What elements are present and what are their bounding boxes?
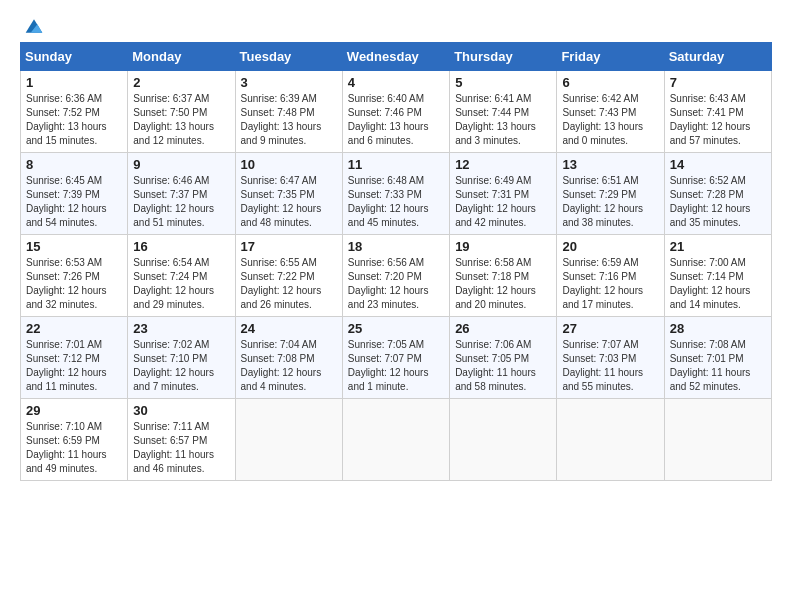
sunset-label: Sunset: 7:22 PM [241,271,315,282]
calendar-day-cell: 24 Sunrise: 7:04 AM Sunset: 7:08 PM Dayl… [235,317,342,399]
day-number: 18 [348,239,444,254]
daylight-label: Daylight: 12 hours and 45 minutes. [348,203,429,228]
day-info: Sunrise: 7:07 AM Sunset: 7:03 PM Dayligh… [562,338,658,394]
sunrise-label: Sunrise: 7:02 AM [133,339,209,350]
day-number: 23 [133,321,229,336]
calendar-header-row: SundayMondayTuesdayWednesdayThursdayFrid… [21,43,772,71]
daylight-label: Daylight: 12 hours and 7 minutes. [133,367,214,392]
sunrise-label: Sunrise: 6:47 AM [241,175,317,186]
day-info: Sunrise: 6:56 AM Sunset: 7:20 PM Dayligh… [348,256,444,312]
day-number: 24 [241,321,337,336]
day-of-week-header: Friday [557,43,664,71]
sunset-label: Sunset: 7:12 PM [26,353,100,364]
day-of-week-header: Tuesday [235,43,342,71]
calendar-day-cell: 11 Sunrise: 6:48 AM Sunset: 7:33 PM Dayl… [342,153,449,235]
sunrise-label: Sunrise: 6:52 AM [670,175,746,186]
sunrise-label: Sunrise: 6:46 AM [133,175,209,186]
sunrise-label: Sunrise: 6:53 AM [26,257,102,268]
daylight-label: Daylight: 12 hours and 51 minutes. [133,203,214,228]
daylight-label: Daylight: 13 hours and 15 minutes. [26,121,107,146]
daylight-label: Daylight: 12 hours and 29 minutes. [133,285,214,310]
calendar-week-row: 8 Sunrise: 6:45 AM Sunset: 7:39 PM Dayli… [21,153,772,235]
sunrise-label: Sunrise: 6:36 AM [26,93,102,104]
day-number: 9 [133,157,229,172]
sunset-label: Sunset: 7:08 PM [241,353,315,364]
day-info: Sunrise: 7:10 AM Sunset: 6:59 PM Dayligh… [26,420,122,476]
day-info: Sunrise: 7:05 AM Sunset: 7:07 PM Dayligh… [348,338,444,394]
day-info: Sunrise: 6:39 AM Sunset: 7:48 PM Dayligh… [241,92,337,148]
day-info: Sunrise: 6:47 AM Sunset: 7:35 PM Dayligh… [241,174,337,230]
daylight-label: Daylight: 12 hours and 20 minutes. [455,285,536,310]
sunrise-label: Sunrise: 6:43 AM [670,93,746,104]
sunset-label: Sunset: 7:50 PM [133,107,207,118]
day-of-week-header: Thursday [450,43,557,71]
sunset-label: Sunset: 7:37 PM [133,189,207,200]
daylight-label: Daylight: 12 hours and 38 minutes. [562,203,643,228]
daylight-label: Daylight: 13 hours and 3 minutes. [455,121,536,146]
daylight-label: Daylight: 13 hours and 9 minutes. [241,121,322,146]
day-number: 20 [562,239,658,254]
day-info: Sunrise: 6:45 AM Sunset: 7:39 PM Dayligh… [26,174,122,230]
daylight-label: Daylight: 13 hours and 6 minutes. [348,121,429,146]
day-number: 17 [241,239,337,254]
sunrise-label: Sunrise: 6:59 AM [562,257,638,268]
calendar-day-cell: 13 Sunrise: 6:51 AM Sunset: 7:29 PM Dayl… [557,153,664,235]
calendar-day-cell: 28 Sunrise: 7:08 AM Sunset: 7:01 PM Dayl… [664,317,771,399]
daylight-label: Daylight: 11 hours and 58 minutes. [455,367,536,392]
calendar-day-cell: 26 Sunrise: 7:06 AM Sunset: 7:05 PM Dayl… [450,317,557,399]
daylight-label: Daylight: 12 hours and 32 minutes. [26,285,107,310]
calendar-week-row: 1 Sunrise: 6:36 AM Sunset: 7:52 PM Dayli… [21,71,772,153]
day-number: 7 [670,75,766,90]
daylight-label: Daylight: 12 hours and 17 minutes. [562,285,643,310]
day-number: 2 [133,75,229,90]
daylight-label: Daylight: 12 hours and 23 minutes. [348,285,429,310]
daylight-label: Daylight: 11 hours and 55 minutes. [562,367,643,392]
day-number: 12 [455,157,551,172]
daylight-label: Daylight: 13 hours and 12 minutes. [133,121,214,146]
sunrise-label: Sunrise: 7:10 AM [26,421,102,432]
sunrise-label: Sunrise: 6:58 AM [455,257,531,268]
calendar-day-cell: 20 Sunrise: 6:59 AM Sunset: 7:16 PM Dayl… [557,235,664,317]
day-info: Sunrise: 7:11 AM Sunset: 6:57 PM Dayligh… [133,420,229,476]
sunset-label: Sunset: 6:59 PM [26,435,100,446]
sunrise-label: Sunrise: 6:45 AM [26,175,102,186]
sunset-label: Sunset: 7:18 PM [455,271,529,282]
day-number: 29 [26,403,122,418]
daylight-label: Daylight: 12 hours and 11 minutes. [26,367,107,392]
day-number: 5 [455,75,551,90]
sunset-label: Sunset: 7:28 PM [670,189,744,200]
calendar-day-cell: 9 Sunrise: 6:46 AM Sunset: 7:37 PM Dayli… [128,153,235,235]
calendar-day-cell: 22 Sunrise: 7:01 AM Sunset: 7:12 PM Dayl… [21,317,128,399]
day-number: 16 [133,239,229,254]
calendar-day-cell: 27 Sunrise: 7:07 AM Sunset: 7:03 PM Dayl… [557,317,664,399]
day-number: 4 [348,75,444,90]
day-info: Sunrise: 6:55 AM Sunset: 7:22 PM Dayligh… [241,256,337,312]
calendar-week-row: 29 Sunrise: 7:10 AM Sunset: 6:59 PM Dayl… [21,399,772,481]
sunrise-label: Sunrise: 6:41 AM [455,93,531,104]
daylight-label: Daylight: 12 hours and 1 minute. [348,367,429,392]
daylight-label: Daylight: 11 hours and 46 minutes. [133,449,214,474]
daylight-label: Daylight: 11 hours and 52 minutes. [670,367,751,392]
day-info: Sunrise: 6:48 AM Sunset: 7:33 PM Dayligh… [348,174,444,230]
day-number: 14 [670,157,766,172]
day-info: Sunrise: 6:46 AM Sunset: 7:37 PM Dayligh… [133,174,229,230]
calendar-day-cell [342,399,449,481]
calendar-day-cell: 23 Sunrise: 7:02 AM Sunset: 7:10 PM Dayl… [128,317,235,399]
sunset-label: Sunset: 7:35 PM [241,189,315,200]
calendar-day-cell: 7 Sunrise: 6:43 AM Sunset: 7:41 PM Dayli… [664,71,771,153]
calendar-week-row: 15 Sunrise: 6:53 AM Sunset: 7:26 PM Dayl… [21,235,772,317]
day-info: Sunrise: 6:52 AM Sunset: 7:28 PM Dayligh… [670,174,766,230]
calendar-day-cell: 16 Sunrise: 6:54 AM Sunset: 7:24 PM Dayl… [128,235,235,317]
day-info: Sunrise: 7:02 AM Sunset: 7:10 PM Dayligh… [133,338,229,394]
day-info: Sunrise: 6:42 AM Sunset: 7:43 PM Dayligh… [562,92,658,148]
sunrise-label: Sunrise: 6:42 AM [562,93,638,104]
sunset-label: Sunset: 7:41 PM [670,107,744,118]
sunset-label: Sunset: 7:39 PM [26,189,100,200]
sunset-label: Sunset: 7:31 PM [455,189,529,200]
calendar-day-cell: 25 Sunrise: 7:05 AM Sunset: 7:07 PM Dayl… [342,317,449,399]
daylight-label: Daylight: 12 hours and 14 minutes. [670,285,751,310]
day-info: Sunrise: 6:59 AM Sunset: 7:16 PM Dayligh… [562,256,658,312]
sunrise-label: Sunrise: 6:37 AM [133,93,209,104]
calendar-table: SundayMondayTuesdayWednesdayThursdayFrid… [20,42,772,481]
sunrise-label: Sunrise: 6:40 AM [348,93,424,104]
